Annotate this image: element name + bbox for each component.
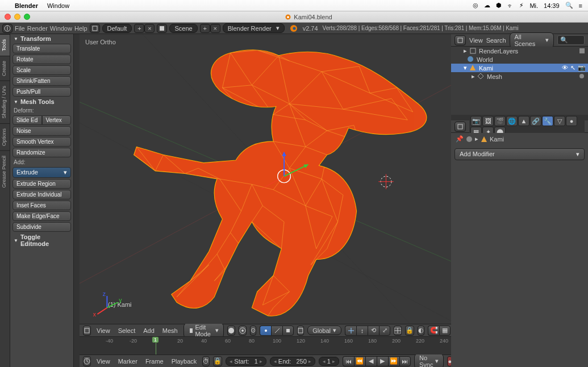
tab-tools[interactable]: Tools xyxy=(0,34,10,56)
app-name[interactable]: Blender xyxy=(15,2,38,9)
outliner-view-menu[interactable]: View xyxy=(469,37,483,44)
remove-scene-button[interactable]: × xyxy=(210,24,220,33)
extrude-dropdown[interactable]: Extrude▾ xyxy=(12,167,71,178)
push-pull-button[interactable]: Push/Pull xyxy=(12,87,71,97)
outliner-editor-icon[interactable] xyxy=(454,35,466,45)
wifi-icon[interactable]: ᯤ xyxy=(507,2,514,9)
translate-button[interactable]: Translate xyxy=(12,44,71,53)
make-edge-face-button[interactable]: Make Edge/Face xyxy=(12,211,71,221)
properties-editor-icon[interactable] xyxy=(454,122,466,132)
selectable-cursor-icon[interactable]: ↖ xyxy=(570,64,576,72)
engine-dropdown[interactable]: Blender Render▾ xyxy=(223,23,285,33)
use-preview-range-button[interactable]: ⏱ xyxy=(202,356,210,366)
cc-icon[interactable]: ◎ xyxy=(473,2,478,9)
tab-render[interactable]: 📷 xyxy=(470,116,482,126)
spotlight-icon[interactable]: 🔍 xyxy=(565,2,573,9)
noise-button[interactable]: Noise xyxy=(12,126,71,136)
zoom-window-button[interactable] xyxy=(24,14,30,20)
orientation-dropdown[interactable]: Global▾ xyxy=(307,326,341,335)
menu-mesh[interactable]: Mesh xyxy=(160,327,180,334)
lock-range-button[interactable]: 🔒 xyxy=(213,356,222,366)
outliner-search-input[interactable]: 🔍 xyxy=(557,35,585,45)
tl-frame[interactable]: Frame xyxy=(143,358,166,365)
tl-view[interactable]: View xyxy=(94,358,112,365)
prop-edit-button[interactable]: ◐ xyxy=(418,326,424,336)
inset-faces-button[interactable]: Inset Faces xyxy=(12,201,71,210)
tab-constraints[interactable]: 🔗 xyxy=(530,116,541,126)
subdivide-button[interactable]: Subdivide xyxy=(12,222,71,232)
menu-add[interactable]: Add xyxy=(141,327,157,334)
keyframe-prev-button[interactable]: ⏪ xyxy=(354,356,365,366)
tab-data[interactable]: ▽ xyxy=(554,116,565,126)
toolshelf-scrollbar[interactable] xyxy=(74,34,80,367)
scale-button[interactable]: Scale xyxy=(12,65,71,75)
pivot-indiv-button[interactable]: ⊙ xyxy=(250,326,256,336)
info-editor-icon[interactable]: i xyxy=(2,24,12,33)
transform-header[interactable]: Transform xyxy=(10,34,73,43)
minimize-window-button[interactable] xyxy=(14,14,20,20)
pin-icon[interactable]: 📌 xyxy=(456,135,464,143)
battery-icon[interactable]: ⚡︎ xyxy=(519,2,524,9)
tl-marker[interactable]: Marker xyxy=(116,358,140,365)
outliner-tree[interactable]: ▸RenderLayers World ▾Kami👁↖📷 ▸Mesh xyxy=(451,47,588,115)
renderable-camera-icon[interactable]: 📷 xyxy=(578,64,586,72)
outliner-filter-dropdown[interactable]: All Scenes▾ xyxy=(510,32,554,48)
rotate-manip-button[interactable]: ⟲ xyxy=(368,326,379,336)
menu-help[interactable]: Help xyxy=(74,25,87,32)
menu-view[interactable]: View xyxy=(94,327,112,334)
manipulator-toggle[interactable] xyxy=(345,326,356,336)
tab-shading-uvs[interactable]: Shading / UVs xyxy=(0,81,10,123)
menu-window[interactable]: Window xyxy=(47,2,69,9)
snap-type-dropdown[interactable]: ▦ xyxy=(439,326,451,336)
mesh-tools-header[interactable]: Mesh Tools xyxy=(10,97,73,106)
keyframe-next-button[interactable]: ⏩ xyxy=(388,356,399,366)
cloud-icon[interactable]: ☁ xyxy=(484,2,490,9)
timeline-editor-icon[interactable] xyxy=(83,356,91,366)
pivot-dropdown[interactable] xyxy=(239,326,247,336)
menu-render[interactable]: Render xyxy=(27,25,48,32)
play-reverse-button[interactable]: ◀ xyxy=(365,356,377,366)
outliner-row-kami[interactable]: ▾Kami👁↖📷 xyxy=(451,64,588,72)
translate-manip-button[interactable]: ↕ xyxy=(356,326,368,336)
dropbox-icon[interactable]: ⬢ xyxy=(496,2,502,9)
snap-toggle[interactable]: 🧲 xyxy=(428,326,439,336)
toggle-editmode-header[interactable]: Toggle Editmode xyxy=(10,232,73,248)
scene-dropdown[interactable]: Scene xyxy=(169,24,197,33)
randomize-button[interactable]: Randomize xyxy=(12,148,71,157)
sync-dropdown[interactable]: No Sync▾ xyxy=(414,353,444,368)
screen-layout-dropdown[interactable]: Default xyxy=(102,24,132,33)
tl-playback[interactable]: Playback xyxy=(169,358,199,365)
scale-manip-button[interactable]: ⤢ xyxy=(379,326,390,336)
jump-end-button[interactable]: ⏭ xyxy=(399,356,411,366)
slide-vertex-button[interactable]: Vertex xyxy=(42,115,72,125)
menu-file[interactable]: File xyxy=(15,25,25,32)
slide-edge-button[interactable]: Slide Ed xyxy=(12,115,42,125)
edge-select-button[interactable] xyxy=(271,326,282,336)
smooth-vertex-button[interactable]: Smooth Vertex xyxy=(12,137,71,147)
rotate-button[interactable]: Rotate xyxy=(12,55,71,64)
tab-world[interactable]: 🌐 xyxy=(506,116,518,126)
vertex-select-button[interactable] xyxy=(260,326,271,336)
current-frame-field[interactable]: ◂1▸ xyxy=(319,357,339,366)
tab-material[interactable]: ● xyxy=(566,116,577,126)
editor-type-icon[interactable] xyxy=(83,326,91,336)
close-window-button[interactable] xyxy=(5,14,11,20)
remove-screen-button[interactable]: × xyxy=(144,24,155,33)
tab-create[interactable]: Create xyxy=(0,56,10,81)
end-frame-field[interactable]: ◂End: 250▸ xyxy=(270,357,315,366)
outliner-row-renderlayers[interactable]: ▸RenderLayers xyxy=(451,47,588,55)
notifications-icon[interactable]: ≡ xyxy=(579,2,582,9)
viewport-3d[interactable]: User Ortho (1) Kami xyxy=(80,34,451,324)
jump-start-button[interactable]: ⏮ xyxy=(343,356,354,366)
scene-browse-button[interactable] xyxy=(157,24,167,33)
outliner-search-menu[interactable]: Search xyxy=(486,37,506,44)
visibility-eye-icon[interactable]: 👁 xyxy=(562,64,568,72)
outliner-row-world[interactable]: World xyxy=(451,55,588,64)
shrink-fatten-button[interactable]: Shrink/Fatten xyxy=(12,76,71,86)
tab-modifiers[interactable]: 🔧 xyxy=(542,116,553,126)
timeline-ruler[interactable]: -40-200204060801001201401601802002202402… xyxy=(80,336,451,355)
shading-dropdown[interactable] xyxy=(227,326,235,336)
screen-browse-button[interactable] xyxy=(90,24,100,33)
tab-renderlayers[interactable]: 🖼 xyxy=(482,116,494,126)
tab-options[interactable]: Options xyxy=(0,123,10,151)
